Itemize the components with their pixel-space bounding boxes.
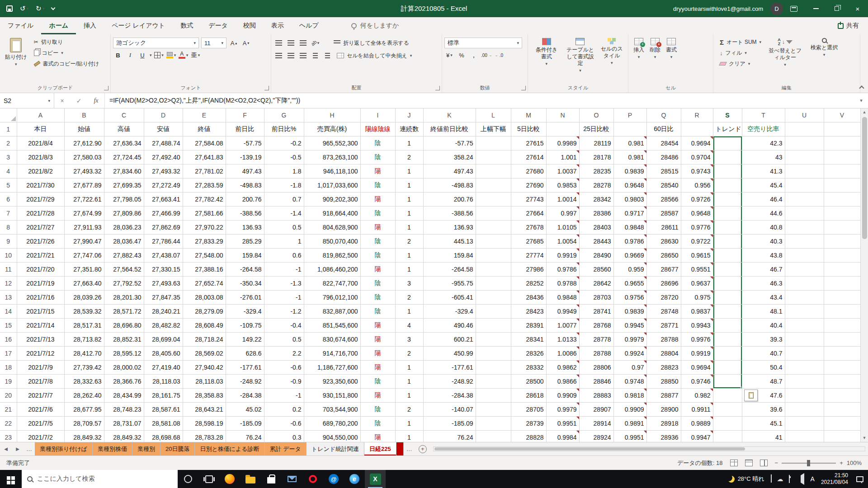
cell-Q15[interactable]: 28771 [646, 318, 681, 332]
cell-I17[interactable]: 陽 [360, 346, 395, 360]
cell-J14[interactable]: 1 [395, 304, 423, 318]
cell-C4[interactable]: 27,834.60 [104, 164, 144, 178]
cell-H6[interactable]: 909,202,300 [304, 192, 360, 206]
cell-Q1[interactable]: 60日比 [646, 122, 681, 136]
cell-O6[interactable]: 28342 [579, 192, 613, 206]
ribbon-tab-データ[interactable]: データ [201, 17, 236, 34]
cell-C9[interactable]: 28,036.47 [104, 234, 144, 248]
cell-H10[interactable]: 819,862,500 [304, 248, 360, 262]
italic-button[interactable]: I [125, 50, 135, 60]
cell-H9[interactable]: 850,070,400 [304, 234, 360, 248]
cell-L9[interactable] [476, 234, 511, 248]
cell-B14[interactable]: 28,539.32 [64, 304, 104, 318]
cell-L15[interactable] [476, 318, 511, 332]
cell-U16[interactable] [785, 332, 824, 346]
cell-T6[interactable]: 46.4 [742, 192, 785, 206]
cell-B13[interactable]: 28,039.26 [64, 290, 104, 304]
cell-H15[interactable]: 851,545,600 [304, 318, 360, 332]
cell-G18[interactable]: -0.6 [264, 360, 304, 374]
cell-S12[interactable]: 下降 [713, 276, 742, 290]
cell-T11[interactable]: 46.7 [742, 262, 785, 276]
account-email[interactable]: dryyourtearswithlove1@gmail.com [673, 5, 763, 12]
cell-D4[interactable]: 27,493.32 [144, 164, 183, 178]
cell-H18[interactable]: 1,186,727,600 [304, 360, 360, 374]
sheet-nav-left-icon[interactable]: ◀ [0, 442, 12, 455]
cell-G14[interactable]: -1.2 [264, 304, 304, 318]
expand-formula-bar-icon[interactable]: ▾ [854, 93, 868, 108]
cell-K8[interactable]: 136.93 [423, 220, 476, 234]
cell-I16[interactable]: 陽 [360, 332, 395, 346]
clear-button[interactable]: クリア▾ [717, 58, 764, 69]
cloud-icon[interactable]: ☁ [777, 475, 783, 483]
percent-format-button[interactable]: % [457, 50, 467, 60]
cell-V9[interactable] [824, 234, 860, 248]
ribbon-tab-表示[interactable]: 表示 [264, 17, 292, 34]
cell-U4[interactable] [785, 164, 824, 178]
cell-P2[interactable]: 0.981 [613, 136, 646, 150]
cell-L19[interactable] [476, 374, 511, 388]
cell-H2[interactable]: 965,552,300 [304, 136, 360, 150]
cell-M3[interactable]: 27614 [511, 150, 546, 164]
cell-L7[interactable] [476, 206, 511, 220]
cell-V7[interactable] [824, 206, 860, 220]
cell-Q2[interactable]: 28454 [646, 136, 681, 150]
cell-M11[interactable]: 27986 [511, 262, 546, 276]
cell-O17[interactable]: 28788 [579, 346, 613, 360]
taskbar-app-edge[interactable]: e [344, 470, 365, 488]
ribbon-display-options-icon[interactable] [790, 6, 797, 12]
cell-C7[interactable]: 27,809.86 [104, 206, 144, 220]
cell-L22[interactable] [476, 416, 511, 430]
cell-J22[interactable]: 1 [395, 416, 423, 430]
cell-V20[interactable] [824, 388, 860, 402]
cell-D16[interactable]: 28,699.04 [144, 332, 183, 346]
cell-O22[interactable]: 28914 [579, 416, 613, 430]
cell-P11[interactable]: 0.959 [613, 262, 646, 276]
row-header-14[interactable]: 14 [0, 304, 17, 318]
cell-G13[interactable]: -1 [264, 290, 304, 304]
cell-J21[interactable]: 2 [395, 402, 423, 416]
cell-Q21[interactable]: 28900 [646, 402, 681, 416]
column-header-N[interactable]: N [546, 108, 579, 122]
cell-J3[interactable]: 2 [395, 150, 423, 164]
cell-D15[interactable]: 28,482.82 [144, 318, 183, 332]
cell-R12[interactable]: 0.9637 [681, 276, 713, 290]
cell-R9[interactable]: 0.9722 [681, 234, 713, 248]
cell-K19[interactable]: -248.92 [423, 374, 476, 388]
cell-F11[interactable]: -264.58 [226, 262, 264, 276]
cell-H3[interactable]: 873,263,100 [304, 150, 360, 164]
cell-S23[interactable]: 下降 [713, 430, 742, 442]
cell-A6[interactable]: 2021/7/29 [17, 192, 64, 206]
cell-A12[interactable]: 2021/7/19 [17, 276, 64, 290]
cell-R4[interactable]: 0.9743 [681, 164, 713, 178]
tell-me-box[interactable]: 何をしますか [351, 17, 399, 34]
cell-S16[interactable]: 下降 [713, 332, 742, 346]
cell-D5[interactable]: 27,272.49 [144, 178, 183, 192]
cell-N3[interactable]: 1.001 [546, 150, 579, 164]
cell-I14[interactable]: 陰 [360, 304, 395, 318]
sheet-tab-トレンド統計関連[interactable]: トレンド統計関連 [307, 442, 364, 455]
cell-K10[interactable]: 159.84 [423, 248, 476, 262]
cell-H8[interactable]: 804,628,900 [304, 220, 360, 234]
cell-S11[interactable]: 下降 [713, 262, 742, 276]
cell-T22[interactable]: 45.1 [742, 416, 785, 430]
insert-function-icon[interactable]: fx [94, 97, 98, 104]
cell-K13[interactable]: -605.41 [423, 290, 476, 304]
cell-L8[interactable] [476, 220, 511, 234]
cell-R2[interactable]: 0.9694 [681, 136, 713, 150]
cell-R13[interactable]: 0.975 [681, 290, 713, 304]
cell-Q19[interactable]: 28850 [646, 374, 681, 388]
cell-T17[interactable]: 40.7 [742, 346, 785, 360]
share-button[interactable]: 共有 [829, 17, 868, 34]
copy-button[interactable]: コピー▾ [32, 47, 102, 58]
cell-M12[interactable]: 28252 [511, 276, 546, 290]
borders-button[interactable]: ▾ [154, 50, 164, 60]
cell-N5[interactable]: 0.9853 [546, 178, 579, 192]
cell-J7[interactable]: 1 [395, 206, 423, 220]
task-view-button[interactable] [198, 470, 219, 488]
cell-J16[interactable]: 3 [395, 332, 423, 346]
cell-E19[interactable]: 28,118.03 [183, 374, 226, 388]
wrap-text-button[interactable]: 折り返して全体を表示する [331, 38, 411, 48]
cell-J12[interactable]: 3 [395, 276, 423, 290]
taskbar-app-firefox[interactable] [219, 470, 240, 488]
cell-N13[interactable]: 0.9848 [546, 290, 579, 304]
